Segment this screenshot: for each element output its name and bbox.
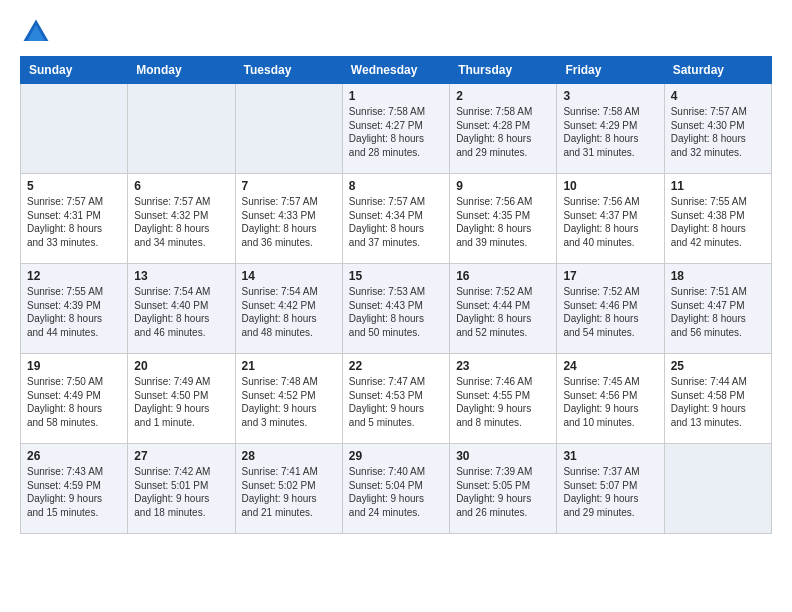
day-number: 27 bbox=[134, 449, 228, 463]
day-number: 24 bbox=[563, 359, 657, 373]
day-cell: 12Sunrise: 7:55 AM Sunset: 4:39 PM Dayli… bbox=[21, 264, 128, 354]
day-cell: 26Sunrise: 7:43 AM Sunset: 4:59 PM Dayli… bbox=[21, 444, 128, 534]
day-info: Sunrise: 7:54 AM Sunset: 4:40 PM Dayligh… bbox=[134, 285, 228, 339]
day-info: Sunrise: 7:54 AM Sunset: 4:42 PM Dayligh… bbox=[242, 285, 336, 339]
header bbox=[20, 16, 772, 48]
day-cell: 19Sunrise: 7:50 AM Sunset: 4:49 PM Dayli… bbox=[21, 354, 128, 444]
day-number: 5 bbox=[27, 179, 121, 193]
day-info: Sunrise: 7:52 AM Sunset: 4:46 PM Dayligh… bbox=[563, 285, 657, 339]
day-cell: 22Sunrise: 7:47 AM Sunset: 4:53 PM Dayli… bbox=[342, 354, 449, 444]
day-number: 28 bbox=[242, 449, 336, 463]
day-cell: 27Sunrise: 7:42 AM Sunset: 5:01 PM Dayli… bbox=[128, 444, 235, 534]
day-info: Sunrise: 7:52 AM Sunset: 4:44 PM Dayligh… bbox=[456, 285, 550, 339]
weekday-saturday: Saturday bbox=[664, 57, 771, 84]
day-info: Sunrise: 7:47 AM Sunset: 4:53 PM Dayligh… bbox=[349, 375, 443, 429]
day-number: 11 bbox=[671, 179, 765, 193]
day-number: 4 bbox=[671, 89, 765, 103]
day-info: Sunrise: 7:57 AM Sunset: 4:32 PM Dayligh… bbox=[134, 195, 228, 249]
day-number: 14 bbox=[242, 269, 336, 283]
day-number: 7 bbox=[242, 179, 336, 193]
weekday-monday: Monday bbox=[128, 57, 235, 84]
day-number: 6 bbox=[134, 179, 228, 193]
day-cell: 24Sunrise: 7:45 AM Sunset: 4:56 PM Dayli… bbox=[557, 354, 664, 444]
day-info: Sunrise: 7:57 AM Sunset: 4:34 PM Dayligh… bbox=[349, 195, 443, 249]
day-info: Sunrise: 7:43 AM Sunset: 4:59 PM Dayligh… bbox=[27, 465, 121, 519]
day-number: 1 bbox=[349, 89, 443, 103]
day-info: Sunrise: 7:39 AM Sunset: 5:05 PM Dayligh… bbox=[456, 465, 550, 519]
day-cell: 31Sunrise: 7:37 AM Sunset: 5:07 PM Dayli… bbox=[557, 444, 664, 534]
day-number: 9 bbox=[456, 179, 550, 193]
day-info: Sunrise: 7:55 AM Sunset: 4:39 PM Dayligh… bbox=[27, 285, 121, 339]
weekday-wednesday: Wednesday bbox=[342, 57, 449, 84]
day-info: Sunrise: 7:56 AM Sunset: 4:37 PM Dayligh… bbox=[563, 195, 657, 249]
day-info: Sunrise: 7:42 AM Sunset: 5:01 PM Dayligh… bbox=[134, 465, 228, 519]
day-number: 8 bbox=[349, 179, 443, 193]
day-cell: 4Sunrise: 7:57 AM Sunset: 4:30 PM Daylig… bbox=[664, 84, 771, 174]
day-cell: 9Sunrise: 7:56 AM Sunset: 4:35 PM Daylig… bbox=[450, 174, 557, 264]
day-info: Sunrise: 7:40 AM Sunset: 5:04 PM Dayligh… bbox=[349, 465, 443, 519]
day-number: 16 bbox=[456, 269, 550, 283]
day-info: Sunrise: 7:44 AM Sunset: 4:58 PM Dayligh… bbox=[671, 375, 765, 429]
week-row-3: 12Sunrise: 7:55 AM Sunset: 4:39 PM Dayli… bbox=[21, 264, 772, 354]
day-cell: 29Sunrise: 7:40 AM Sunset: 5:04 PM Dayli… bbox=[342, 444, 449, 534]
day-cell: 11Sunrise: 7:55 AM Sunset: 4:38 PM Dayli… bbox=[664, 174, 771, 264]
day-number: 2 bbox=[456, 89, 550, 103]
page: SundayMondayTuesdayWednesdayThursdayFrid… bbox=[0, 0, 792, 550]
day-cell: 25Sunrise: 7:44 AM Sunset: 4:58 PM Dayli… bbox=[664, 354, 771, 444]
day-info: Sunrise: 7:53 AM Sunset: 4:43 PM Dayligh… bbox=[349, 285, 443, 339]
weekday-thursday: Thursday bbox=[450, 57, 557, 84]
day-info: Sunrise: 7:50 AM Sunset: 4:49 PM Dayligh… bbox=[27, 375, 121, 429]
day-cell: 10Sunrise: 7:56 AM Sunset: 4:37 PM Dayli… bbox=[557, 174, 664, 264]
day-number: 21 bbox=[242, 359, 336, 373]
logo-icon bbox=[20, 16, 52, 48]
weekday-header-row: SundayMondayTuesdayWednesdayThursdayFrid… bbox=[21, 57, 772, 84]
week-row-5: 26Sunrise: 7:43 AM Sunset: 4:59 PM Dayli… bbox=[21, 444, 772, 534]
day-info: Sunrise: 7:37 AM Sunset: 5:07 PM Dayligh… bbox=[563, 465, 657, 519]
day-number: 23 bbox=[456, 359, 550, 373]
weekday-friday: Friday bbox=[557, 57, 664, 84]
day-cell: 30Sunrise: 7:39 AM Sunset: 5:05 PM Dayli… bbox=[450, 444, 557, 534]
day-info: Sunrise: 7:41 AM Sunset: 5:02 PM Dayligh… bbox=[242, 465, 336, 519]
day-number: 26 bbox=[27, 449, 121, 463]
day-cell: 20Sunrise: 7:49 AM Sunset: 4:50 PM Dayli… bbox=[128, 354, 235, 444]
day-number: 19 bbox=[27, 359, 121, 373]
day-cell: 17Sunrise: 7:52 AM Sunset: 4:46 PM Dayli… bbox=[557, 264, 664, 354]
day-number: 25 bbox=[671, 359, 765, 373]
day-number: 30 bbox=[456, 449, 550, 463]
day-number: 3 bbox=[563, 89, 657, 103]
day-number: 20 bbox=[134, 359, 228, 373]
weekday-sunday: Sunday bbox=[21, 57, 128, 84]
day-info: Sunrise: 7:48 AM Sunset: 4:52 PM Dayligh… bbox=[242, 375, 336, 429]
week-row-2: 5Sunrise: 7:57 AM Sunset: 4:31 PM Daylig… bbox=[21, 174, 772, 264]
day-cell: 5Sunrise: 7:57 AM Sunset: 4:31 PM Daylig… bbox=[21, 174, 128, 264]
week-row-1: 1Sunrise: 7:58 AM Sunset: 4:27 PM Daylig… bbox=[21, 84, 772, 174]
day-cell bbox=[664, 444, 771, 534]
day-cell: 1Sunrise: 7:58 AM Sunset: 4:27 PM Daylig… bbox=[342, 84, 449, 174]
day-cell: 14Sunrise: 7:54 AM Sunset: 4:42 PM Dayli… bbox=[235, 264, 342, 354]
day-cell: 13Sunrise: 7:54 AM Sunset: 4:40 PM Dayli… bbox=[128, 264, 235, 354]
day-number: 31 bbox=[563, 449, 657, 463]
day-cell: 23Sunrise: 7:46 AM Sunset: 4:55 PM Dayli… bbox=[450, 354, 557, 444]
day-cell: 3Sunrise: 7:58 AM Sunset: 4:29 PM Daylig… bbox=[557, 84, 664, 174]
day-number: 15 bbox=[349, 269, 443, 283]
day-info: Sunrise: 7:58 AM Sunset: 4:27 PM Dayligh… bbox=[349, 105, 443, 159]
day-cell bbox=[21, 84, 128, 174]
week-row-4: 19Sunrise: 7:50 AM Sunset: 4:49 PM Dayli… bbox=[21, 354, 772, 444]
day-cell: 6Sunrise: 7:57 AM Sunset: 4:32 PM Daylig… bbox=[128, 174, 235, 264]
day-cell: 15Sunrise: 7:53 AM Sunset: 4:43 PM Dayli… bbox=[342, 264, 449, 354]
calendar-table: SundayMondayTuesdayWednesdayThursdayFrid… bbox=[20, 56, 772, 534]
day-number: 10 bbox=[563, 179, 657, 193]
day-info: Sunrise: 7:56 AM Sunset: 4:35 PM Dayligh… bbox=[456, 195, 550, 249]
day-cell bbox=[128, 84, 235, 174]
day-cell: 2Sunrise: 7:58 AM Sunset: 4:28 PM Daylig… bbox=[450, 84, 557, 174]
day-number: 29 bbox=[349, 449, 443, 463]
day-cell: 7Sunrise: 7:57 AM Sunset: 4:33 PM Daylig… bbox=[235, 174, 342, 264]
day-info: Sunrise: 7:46 AM Sunset: 4:55 PM Dayligh… bbox=[456, 375, 550, 429]
day-info: Sunrise: 7:45 AM Sunset: 4:56 PM Dayligh… bbox=[563, 375, 657, 429]
day-info: Sunrise: 7:49 AM Sunset: 4:50 PM Dayligh… bbox=[134, 375, 228, 429]
day-number: 12 bbox=[27, 269, 121, 283]
day-cell: 16Sunrise: 7:52 AM Sunset: 4:44 PM Dayli… bbox=[450, 264, 557, 354]
day-info: Sunrise: 7:58 AM Sunset: 4:29 PM Dayligh… bbox=[563, 105, 657, 159]
day-info: Sunrise: 7:58 AM Sunset: 4:28 PM Dayligh… bbox=[456, 105, 550, 159]
day-number: 13 bbox=[134, 269, 228, 283]
